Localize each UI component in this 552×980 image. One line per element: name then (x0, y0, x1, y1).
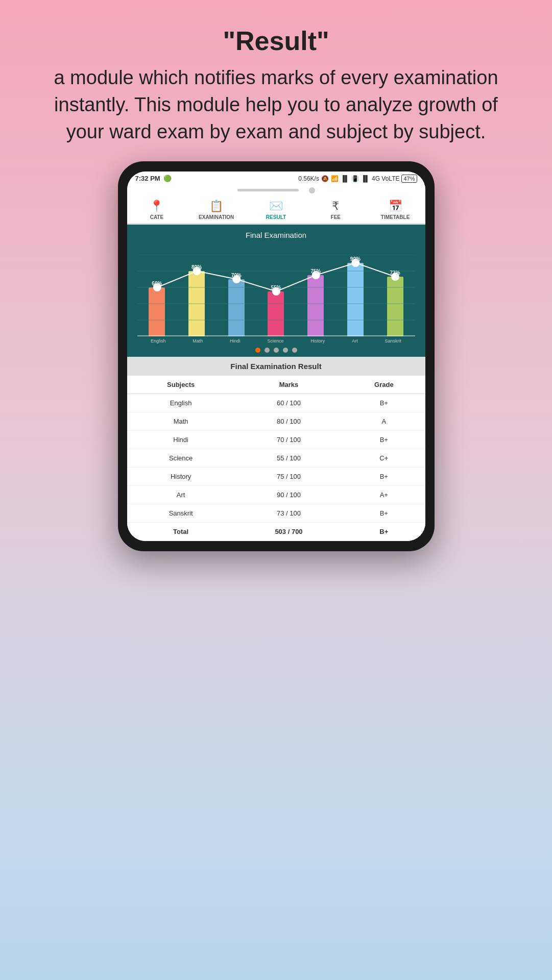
label-math: Math (193, 338, 203, 344)
table-row: Art 90 / 100 A+ (127, 485, 425, 504)
label-art: Art (352, 338, 358, 344)
cell-subject: History (127, 467, 235, 485)
cell-marks: 73 / 100 (235, 504, 343, 522)
cell-subject: Science (127, 449, 235, 467)
cell-marks: 90 / 100 (235, 485, 343, 504)
table-row: Science 55 / 100 C+ (127, 449, 425, 467)
bar-sanskrit: 73% (387, 270, 403, 336)
cell-subject: Total (127, 522, 235, 541)
tab-result[interactable]: ✉️ RESULT (246, 195, 306, 225)
status-vibrate-icon: 📳 (351, 175, 359, 182)
status-bar: 7:32 PM 🟢 0.56K/s 🔕 📶 ▐▌ 📳 ▐▌ 4G VoLTE 4… (127, 172, 425, 186)
label-sanskrit: Sanskrit (385, 338, 402, 344)
tab-cate[interactable]: 📍 CATE (127, 195, 187, 225)
table-row: English 60 / 100 B+ (127, 394, 425, 412)
cell-marks: 503 / 700 (235, 522, 343, 541)
cell-grade: B+ (343, 504, 425, 522)
dot-5[interactable] (292, 348, 297, 353)
bar-english: 60% (149, 281, 165, 336)
result-icon: ✉️ (269, 200, 283, 213)
cell-grade: B+ (343, 522, 425, 541)
status-time: 7:32 PM (135, 175, 160, 182)
cell-grade: A (343, 412, 425, 430)
bar-hindi: 70% (228, 273, 245, 336)
examination-icon: 📋 (209, 200, 223, 213)
result-table: Subjects Marks Grade English 60 / 100 B+… (127, 376, 425, 541)
col-header-marks: Marks (235, 376, 343, 394)
status-battery: 47% (401, 175, 417, 183)
page-description: a module which notifies marks of every e… (41, 64, 511, 146)
cell-marks: 70 / 100 (235, 430, 343, 449)
chart-title: Final Examination (132, 231, 420, 239)
nav-tabs: 📍 CATE 📋 EXAMINATION ✉️ RESULT ₹ FEE 📅 T… (127, 195, 425, 225)
timetable-icon: 📅 (389, 200, 402, 213)
result-section: Final Examination Result Subjects Marks … (127, 357, 425, 541)
fee-icon: ₹ (332, 200, 339, 213)
phone-frame: 7:32 PM 🟢 0.56K/s 🔕 📶 ▐▌ 📳 ▐▌ 4G VoLTE 4… (118, 161, 435, 551)
result-table-header: Final Examination Result (127, 357, 425, 376)
tab-timetable[interactable]: 📅 TIMETABLE (366, 195, 425, 225)
chart-area: Final Examination (127, 225, 425, 357)
cell-marks: 80 / 100 (235, 412, 343, 430)
tab-cate-label: CATE (150, 214, 163, 220)
phone-notch (127, 186, 425, 195)
bar-science: 55% (268, 285, 284, 336)
chart-pagination (137, 348, 415, 353)
cell-subject: Art (127, 485, 235, 504)
label-history: History (310, 338, 325, 344)
tab-result-label: RESULT (266, 214, 286, 220)
tab-timetable-label: TIMETABLE (381, 214, 410, 220)
tab-examination-label: EXAMINATION (199, 214, 234, 220)
dot-1[interactable] (255, 348, 260, 353)
cell-subject: Hindi (127, 430, 235, 449)
table-row: Sanskrit 73 / 100 B+ (127, 504, 425, 522)
tab-fee-label: FEE (331, 214, 341, 220)
cell-subject: Sanskrit (127, 504, 235, 522)
cell-grade: C+ (343, 449, 425, 467)
label-science: Science (267, 338, 283, 344)
cell-grade: B+ (343, 467, 425, 485)
table-row: History 75 / 100 B+ (127, 467, 425, 485)
status-app-icon: 🟢 (163, 175, 172, 182)
page-title: "Result" (41, 26, 511, 56)
cell-subject: English (127, 394, 235, 412)
status-mute-icon: 🔕 (321, 175, 329, 182)
status-4g: 4G VoLTE (372, 175, 399, 182)
cell-grade: A+ (343, 485, 425, 504)
cate-icon: 📍 (150, 200, 163, 213)
bar-math: 80% (188, 264, 205, 336)
table-row: Hindi 70 / 100 B+ (127, 430, 425, 449)
cell-marks: 60 / 100 (235, 394, 343, 412)
table-row: Math 80 / 100 A (127, 412, 425, 430)
cell-grade: B+ (343, 430, 425, 449)
cell-subject: Math (127, 412, 235, 430)
status-signal2-icon: ▐▌ (361, 175, 370, 182)
cell-grade: B+ (343, 394, 425, 412)
status-wifi-icon: 📶 (331, 175, 339, 182)
bar-art: 90% (347, 256, 364, 336)
label-hindi: Hindi (230, 338, 241, 344)
dot-3[interactable] (274, 348, 279, 353)
tab-examination[interactable]: 📋 EXAMINATION (186, 195, 246, 225)
status-signal-icon: ▐▌ (341, 175, 349, 182)
cell-marks: 75 / 100 (235, 467, 343, 485)
tab-fee[interactable]: ₹ FEE (306, 195, 366, 225)
dot-2[interactable] (265, 348, 270, 353)
label-english: English (151, 338, 166, 344)
cell-marks: 55 / 100 (235, 449, 343, 467)
bar-history: 75% (307, 268, 324, 336)
col-header-subjects: Subjects (127, 376, 235, 394)
col-header-grade: Grade (343, 376, 425, 394)
table-row: Total 503 / 700 B+ (127, 522, 425, 541)
dot-4[interactable] (283, 348, 288, 353)
status-network: 0.56K/s (298, 175, 319, 182)
